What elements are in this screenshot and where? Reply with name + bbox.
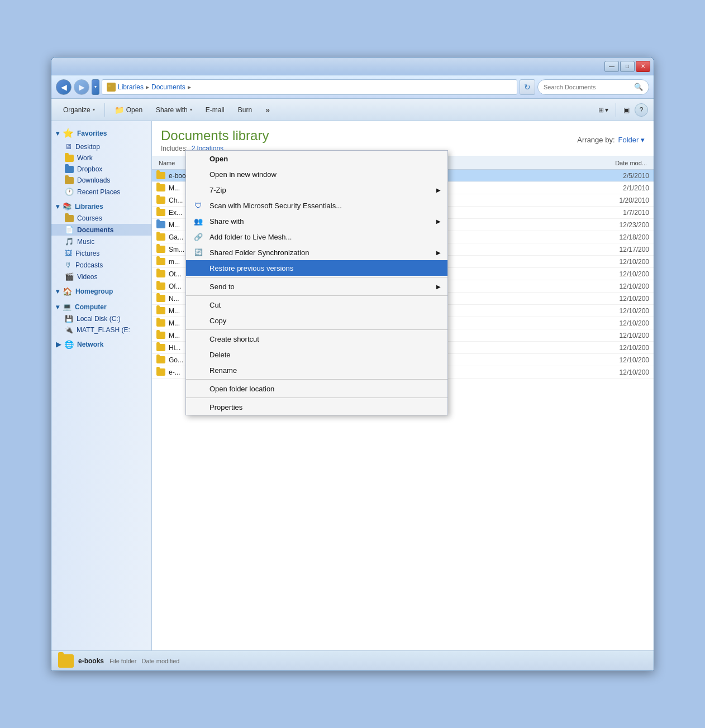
sidebar-item-recent[interactable]: 🕐 Recent Places xyxy=(51,186,151,198)
burn-button[interactable]: Burn xyxy=(232,102,258,118)
address-bar: ◀ ▶ ▾ Libraries ▸ Documents ▸ ↻ 🔍 xyxy=(51,75,654,99)
ebooks-date: 2/5/2010 xyxy=(593,172,649,180)
ctx-open-folder-location[interactable]: Open folder location xyxy=(186,381,447,396)
ctx-delete[interactable]: Delete xyxy=(186,347,447,362)
organize-label: Organize xyxy=(63,106,90,114)
ctx-restore[interactable]: Restore previous versions xyxy=(186,260,447,276)
ctx-7zip-arrow: ▶ xyxy=(436,187,441,193)
computer-header[interactable]: ▾ 💻 Computer xyxy=(51,300,151,313)
status-type: File folder Date modified xyxy=(109,658,179,664)
search-input[interactable] xyxy=(544,84,631,90)
date-9: 12/10/200 xyxy=(593,270,649,278)
libraries-header[interactable]: ▾ 📚 Libraries xyxy=(51,200,151,213)
ctx-create-shortcut[interactable]: Create shortcut xyxy=(186,331,447,347)
includes-label: Includes: xyxy=(161,145,188,152)
organize-button[interactable]: Organize ▾ xyxy=(57,102,101,118)
ctx-restore-label: Restore previous versions xyxy=(209,264,293,272)
context-menu: Open Open in new window 7-Zip ▶ 🛡 Scan w… xyxy=(185,150,448,415)
sidebar-item-work[interactable]: Work xyxy=(51,152,151,164)
col-date-header[interactable]: Date mod... xyxy=(593,160,649,166)
sidebar-item-podcasts[interactable]: 🎙 Podcasts xyxy=(51,259,151,271)
minimize-button[interactable]: — xyxy=(604,61,619,72)
ctx-live-mesh[interactable]: 🔗 Add folder to Live Mesh... xyxy=(186,229,447,245)
localdisk-label: Local Disk (C:) xyxy=(77,315,121,323)
desktop-label: Desktop xyxy=(75,143,100,151)
sidebar-item-videos[interactable]: 🎬 Videos xyxy=(51,271,151,282)
ctx-delete-label: Delete xyxy=(209,351,231,359)
address-path[interactable]: Libraries ▸ Documents ▸ xyxy=(102,79,517,95)
ctx-7zip-label: 7-Zip xyxy=(209,186,226,194)
history-dropdown[interactable]: ▾ xyxy=(92,79,99,95)
ctx-open[interactable]: Open xyxy=(186,151,447,166)
toolbar-sep-2 xyxy=(616,103,616,117)
explorer-window: — □ ✕ ◀ ▶ ▾ Libraries ▸ Documents ▸ ↻ 🔍 … xyxy=(51,57,654,671)
homegroup-label: Homegroup xyxy=(75,288,113,295)
burn-label: Burn xyxy=(238,106,252,114)
recent-label: Recent Places xyxy=(77,188,120,196)
close-button[interactable]: ✕ xyxy=(636,61,650,72)
more-button[interactable]: » xyxy=(259,102,276,118)
ctx-7zip[interactable]: 7-Zip ▶ xyxy=(186,182,447,198)
ctx-sendto-label: Send to xyxy=(209,282,235,291)
open-button[interactable]: 📁 Open xyxy=(108,102,149,118)
forward-button[interactable]: ▶ xyxy=(74,79,89,95)
sidebar-item-flash[interactable]: 🔌 MATT_FLASH (E: xyxy=(51,324,151,336)
ctx-sync-arrow: ▶ xyxy=(436,250,441,256)
sidebar-item-pictures[interactable]: 🖼 Pictures xyxy=(51,247,151,259)
network-label: Network xyxy=(77,341,103,348)
folder-arrange-button[interactable]: Folder ▾ xyxy=(618,136,645,144)
homegroup-header[interactable]: ▾ 🏠 Homegroup xyxy=(51,285,151,298)
ctx-rename[interactable]: Rename xyxy=(186,362,447,378)
email-button[interactable]: E-mail xyxy=(199,102,231,118)
ctx-shortcut-label: Create shortcut xyxy=(209,335,259,343)
date-8: 12/10/200 xyxy=(593,258,649,266)
ctx-share-with[interactable]: 👥 Share with ▶ xyxy=(186,213,447,229)
podcasts-icon: 🎙 xyxy=(65,261,72,269)
dropbox-folder-icon xyxy=(65,166,74,173)
maximize-button[interactable]: □ xyxy=(620,61,635,72)
ctx-scan-label: Scan with Microsoft Security Essentials.… xyxy=(209,202,342,210)
path-libraries[interactable]: Libraries xyxy=(118,83,144,91)
sidebar-item-documents[interactable]: 📄 Documents xyxy=(51,224,151,236)
sidebar-item-dropbox[interactable]: Dropbox xyxy=(51,164,151,175)
desktop-icon: 🖥 xyxy=(65,142,72,151)
sidebar-item-music[interactable]: 🎵 Music xyxy=(51,236,151,247)
view-details-button[interactable]: ⊞ ▾ xyxy=(594,102,612,118)
flash-label: MATT_FLASH (E: xyxy=(77,326,130,334)
email-label: E-mail xyxy=(206,106,225,114)
favorites-header[interactable]: ▾ ⭐ Favorites xyxy=(51,126,151,141)
localdisk-icon: 💾 xyxy=(65,315,73,323)
network-collapse-icon: ▶ xyxy=(56,341,61,348)
share-with-button[interactable]: Share with ▾ xyxy=(150,102,198,118)
homegroup-collapse-icon: ▾ xyxy=(56,288,59,295)
sidebar-item-courses[interactable]: Courses xyxy=(51,213,151,224)
ctx-cut-label: Cut xyxy=(209,301,221,309)
ctx-sendto-arrow: ▶ xyxy=(436,284,441,290)
ctx-cut[interactable]: Cut xyxy=(186,297,447,313)
ctx-rename-label: Rename xyxy=(209,366,237,375)
library-title: Documents library xyxy=(161,128,269,143)
downloads-label: Downloads xyxy=(77,176,110,184)
refresh-button[interactable]: ↻ xyxy=(520,79,535,95)
ctx-scan[interactable]: 🛡 Scan with Microsoft Security Essential… xyxy=(186,198,447,213)
ctx-sync[interactable]: 🔄 Shared Folder Synchronization ▶ xyxy=(186,245,447,260)
sidebar-item-localdisk[interactable]: 💾 Local Disk (C:) xyxy=(51,313,151,324)
ctx-sep-5 xyxy=(186,397,447,398)
path-documents[interactable]: Documents xyxy=(151,83,185,91)
ctx-scan-icon: 🛡 xyxy=(193,201,204,210)
search-icon[interactable]: 🔍 xyxy=(634,83,643,91)
help-icon: ? xyxy=(640,106,644,114)
status-folder-icon xyxy=(58,654,74,668)
ctx-open-new-window[interactable]: Open in new window xyxy=(186,166,447,182)
folder-icon-7 xyxy=(156,246,165,253)
ctx-properties[interactable]: Properties xyxy=(186,399,447,415)
help-button[interactable]: ? xyxy=(635,103,648,117)
pictures-label: Pictures xyxy=(75,250,99,257)
back-button[interactable]: ◀ xyxy=(56,79,72,95)
sidebar-item-downloads[interactable]: Downloads xyxy=(51,175,151,186)
ctx-send-to[interactable]: Send to ▶ xyxy=(186,279,447,294)
ctx-copy[interactable]: Copy xyxy=(186,313,447,328)
preview-pane-button[interactable]: ▣ xyxy=(620,102,633,118)
network-header[interactable]: ▶ 🌐 Network xyxy=(51,338,151,351)
sidebar-item-desktop[interactable]: 🖥 Desktop xyxy=(51,141,151,152)
